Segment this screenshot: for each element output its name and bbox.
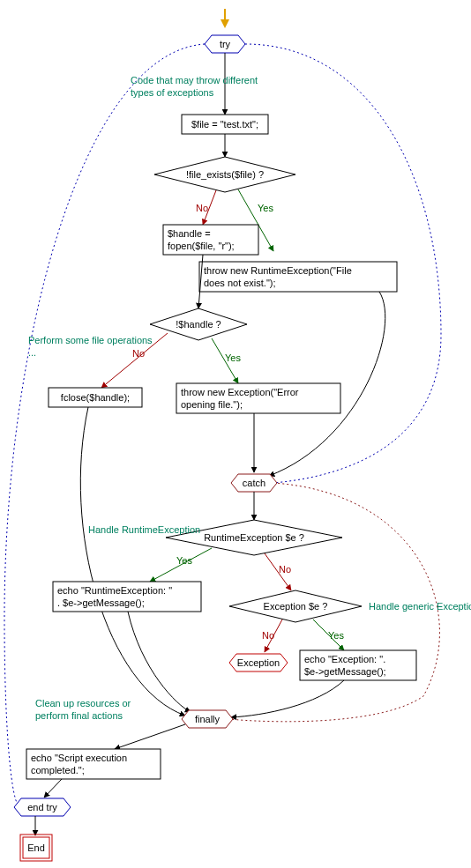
throw-rt-l2: does not exist."); (204, 278, 276, 288)
fopen-node: $handle = fopen($file, "r"); (163, 225, 258, 255)
throw-runtime-node: throw new RuntimeException("File does no… (199, 262, 397, 292)
edge-echodone-endtry (44, 779, 62, 798)
edge-finally-echodone (115, 724, 185, 749)
echo-rt-l1: echo "RuntimeException: " (57, 585, 172, 596)
echo-done-node: echo "Script execution completed."; (26, 749, 161, 779)
echo-rt-l2: . $e->getMessage(); (57, 597, 145, 608)
edge-rtq-yes-label: Yes (176, 555, 192, 566)
exception-decision: Exception $e ? (229, 590, 362, 622)
edge-handle-no-label: No (132, 348, 145, 359)
echo-done-l2: completed."; (31, 765, 85, 775)
handle-q-label: !$handle ? (176, 319, 221, 330)
rt-q-label: RuntimeException $e ? (204, 532, 304, 543)
edge-echort-finally (128, 612, 191, 712)
end-try-node: end try (14, 798, 71, 816)
comment-cleanup-l2: perform final actions (35, 710, 123, 721)
file-assign-node: $file = "test.txt"; (182, 115, 268, 134)
file-exists-label: !file_exists($file) ? (186, 169, 264, 180)
try-node: try (205, 35, 245, 53)
finally-node: finally (182, 710, 233, 728)
end-label: End (27, 842, 45, 853)
edge-echoex-finally (231, 680, 344, 717)
fclose-node: fclose($handle); (49, 388, 142, 407)
echo-ex-l1: echo "Exception: ". (304, 654, 385, 664)
exception-terminal-node: Exception (229, 654, 288, 671)
catch-node: catch (231, 474, 277, 492)
comment-handle-ex: Handle generic Exception (369, 601, 471, 612)
end-try-label: end try (27, 802, 57, 812)
edge-fclose-finally (80, 407, 185, 716)
edge-fileexists-yes-label: Yes (258, 203, 273, 213)
comment-code-may-throw-l2: types of exceptions (131, 87, 214, 98)
throw-ex-l2: opening file."); (181, 399, 243, 410)
start-icon (221, 9, 229, 28)
echo-ex-node: echo "Exception: ". $e->getMessage(); (300, 650, 416, 680)
ex-q-label: Exception $e ? (264, 601, 328, 612)
throw-ex-l1: throw new Exception("Error (181, 387, 299, 397)
fclose-label: fclose($handle); (61, 392, 130, 403)
edge-try-endtry-dotted (4, 44, 205, 804)
edge-exq-yes-label: Yes (328, 630, 344, 641)
comment-cleanup-l1: Clean up resources or (35, 698, 131, 708)
catch-label: catch (243, 478, 265, 488)
finally-label: finally (195, 714, 221, 724)
fopen-l1: $handle = (168, 228, 211, 239)
comment-fileops-l1: Perform some file operations (28, 335, 153, 345)
end-node: End (20, 835, 52, 861)
file-assign-label: $file = "test.txt"; (191, 119, 258, 130)
try-label: try (220, 39, 231, 49)
edge-fileexists-no-label: No (196, 203, 208, 213)
throw-exception-node: throw new Exception("Error opening file.… (176, 383, 340, 413)
flowchart-diagram: try Code that may throw different types … (0, 0, 471, 868)
throw-rt-l1: throw new RuntimeException("File (204, 265, 352, 276)
echo-rt-node: echo "RuntimeException: " . $e->getMessa… (53, 582, 201, 612)
edge-exq-no-label: No (262, 630, 274, 641)
echo-done-l1: echo "Script execution (31, 753, 127, 763)
file-exists-decision: !file_exists($file) ? (154, 157, 295, 192)
edge-rtq-no-label: No (279, 564, 291, 575)
svg-marker-1 (221, 19, 229, 28)
fopen-l2: fopen($file, "r"); (168, 241, 235, 251)
comment-handle-rt: Handle RuntimeException (88, 524, 200, 535)
edge-handle-yes-label: Yes (225, 352, 241, 363)
echo-ex-l2: $e->getMessage(); (304, 666, 386, 677)
comment-fileops-l2: ... (28, 347, 36, 358)
comment-code-may-throw-l1: Code that may throw different (131, 75, 258, 85)
exception-terminal-label: Exception (237, 657, 280, 668)
